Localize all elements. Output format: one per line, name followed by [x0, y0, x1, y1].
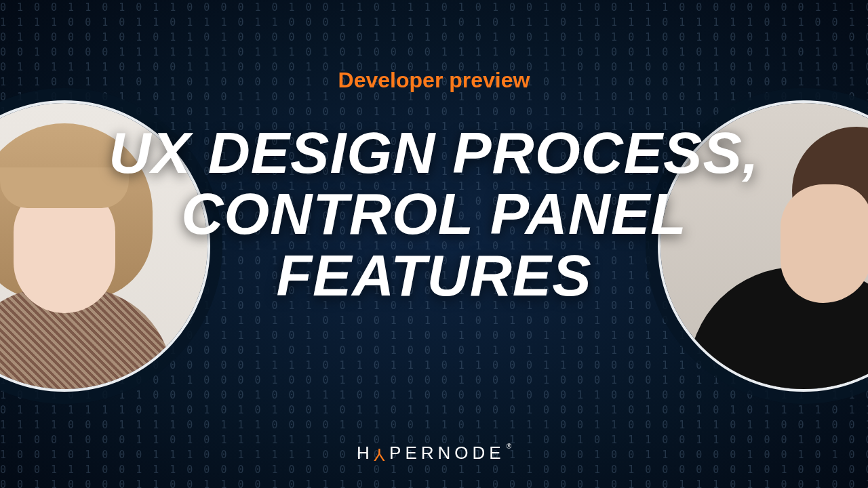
registered-mark-icon: ®: [507, 443, 511, 450]
brand-text-pre: H: [357, 443, 374, 463]
subtitle: Developer preview: [0, 68, 868, 93]
brand-logo-y-icon: Y: [374, 444, 389, 465]
brand-text-post: PERNODE: [389, 443, 505, 463]
brand-logo: HYPERNODE®: [0, 443, 868, 464]
main-title: UX DESIGN PROCESS, CONTROL PANEL FEATURE…: [0, 122, 868, 306]
